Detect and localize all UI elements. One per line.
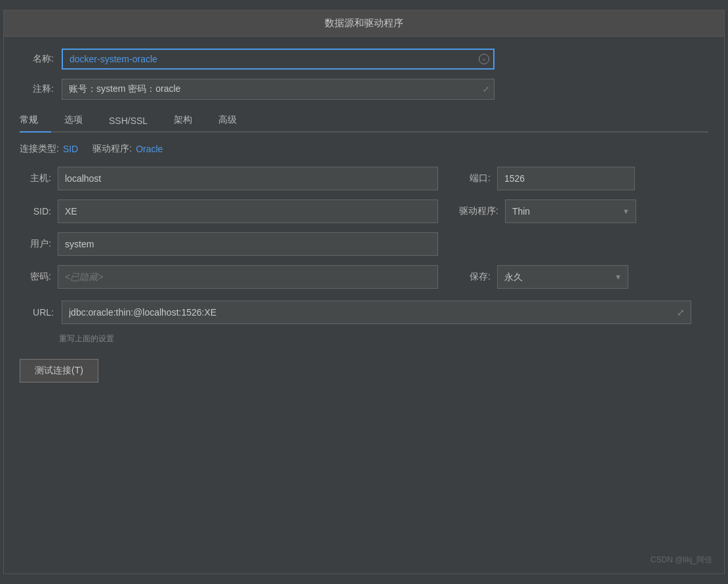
host-port-row: 主机: 端口: — [20, 167, 708, 190]
port-group: 端口: — [459, 167, 635, 190]
sid-driver-row: SID: 驱动程序: Thin OCI — [20, 199, 708, 223]
host-label: 主机: — [20, 173, 51, 184]
sid-input[interactable] — [58, 199, 438, 223]
password-group: 密码: — [20, 265, 438, 289]
host-group: 主机: — [20, 167, 438, 190]
save-select-wrap: 永久 会话 从不 — [497, 265, 628, 289]
password-save-row: 密码: 保存: 永久 会话 从不 — [20, 265, 708, 289]
clear-icon[interactable]: ○ — [479, 54, 489, 64]
save-label: 保存: — [459, 271, 491, 283]
url-input-wrap: ⤢ — [62, 301, 691, 324]
url-form-row: URL: ⤢ — [20, 301, 708, 324]
url-row: URL: ⤢ 重写上面的设置 — [20, 301, 708, 344]
driver-select-wrap: Thin OCI — [505, 199, 636, 223]
driver-value[interactable]: Oracle — [136, 144, 163, 154]
tab-sshssl[interactable]: SSH/SSL — [96, 110, 161, 133]
sid-group: SID: — [20, 199, 438, 223]
note-row: 注释: ⤢ — [20, 79, 708, 100]
note-label: 注释: — [20, 83, 54, 95]
driver-label: 驱动程序: — [92, 143, 132, 155]
url-input[interactable] — [62, 301, 691, 324]
conn-type-label: 连接类型: — [20, 143, 59, 155]
user-label: 用户: — [20, 238, 51, 250]
conn-type-row: 连接类型: SID 驱动程序: Oracle — [20, 143, 708, 155]
tab-general[interactable]: 常规 — [20, 109, 51, 133]
watermark: CSDN @likj_阿佳 — [651, 554, 712, 566]
password-label: 密码: — [20, 271, 51, 283]
dialog-body: 名称: ○ 注释: ⤢ 常规 选项 SSH/SSL 架构 高级 连接类型: SI… — [4, 37, 724, 394]
fields-grid: 主机: 端口: SID: 驱动程序: Thin — [20, 167, 708, 289]
url-expand-icon[interactable]: ⤢ — [677, 307, 685, 318]
name-input[interactable] — [62, 49, 495, 70]
driver-select-label: 驱动程序: — [459, 205, 498, 217]
note-input[interactable] — [62, 79, 495, 100]
save-select[interactable]: 永久 会话 从不 — [497, 265, 628, 289]
tab-schema[interactable]: 架构 — [161, 109, 205, 133]
conn-type-value[interactable]: SID — [63, 144, 78, 154]
main-dialog: 数据源和驱动程序 名称: ○ 注释: ⤢ 常规 选项 SSH/SSL 架构 高级 — [3, 10, 725, 574]
dialog-title: 数据源和驱动程序 — [4, 10, 724, 37]
sid-label: SID: — [20, 206, 51, 217]
user-row: 用户: — [20, 232, 708, 256]
note-input-wrap: ⤢ — [62, 79, 495, 100]
test-connection-button[interactable]: 测试连接(T) — [20, 359, 98, 383]
save-group: 保存: 永久 会话 从不 — [459, 265, 628, 289]
driver-select[interactable]: Thin OCI — [505, 199, 636, 223]
url-hint: 重写上面的设置 — [59, 333, 708, 344]
port-label: 端口: — [459, 173, 491, 184]
user-group: 用户: — [20, 232, 438, 256]
password-input[interactable] — [58, 265, 438, 289]
tab-options[interactable]: 选项 — [51, 109, 96, 133]
tabs-bar: 常规 选项 SSH/SSL 架构 高级 — [20, 109, 708, 133]
name-input-wrap: ○ — [62, 49, 495, 70]
name-label: 名称: — [20, 53, 54, 65]
port-input[interactable] — [497, 167, 635, 190]
name-row: 名称: ○ — [20, 49, 708, 70]
driver-group: 驱动程序: Thin OCI — [459, 199, 636, 223]
note-expand-icon[interactable]: ⤢ — [483, 85, 489, 94]
host-input[interactable] — [58, 167, 438, 190]
user-input[interactable] — [58, 232, 438, 256]
url-label: URL: — [20, 307, 54, 318]
tab-advanced[interactable]: 高级 — [205, 109, 250, 133]
